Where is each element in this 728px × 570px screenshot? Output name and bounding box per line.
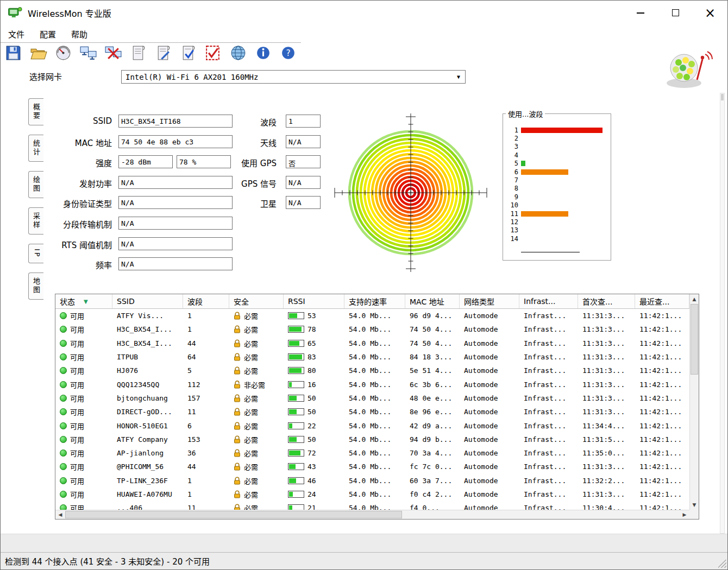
network-computers-icon <box>79 44 97 62</box>
table-row[interactable]: 可用...40611必需2154.0 Mb...f4 0...AutomodeI… <box>55 501 689 510</box>
save-button[interactable] <box>4 44 23 66</box>
cell-4: 53 <box>284 312 344 320</box>
table-row[interactable]: 可用DIRECT-gOD...11必需5054.0 Mb...8e 96 e..… <box>55 405 689 419</box>
table-row[interactable]: 可用HUAWEI-A076MU1必需2454.0 Mb...f0 c4 2...… <box>55 487 689 501</box>
column-header-9[interactable]: 首次查... <box>578 294 635 308</box>
tab-map[interactable]: 地图 <box>28 273 43 300</box>
column-header-2[interactable]: 波段 <box>183 294 229 308</box>
channel-number: 8 <box>506 185 518 192</box>
table-row[interactable]: 可用H3C_BX54_I...1必需7854.0 Mb...74 50 4...… <box>55 322 689 336</box>
column-header-4[interactable]: RSSI <box>284 294 344 308</box>
report-check-button[interactable] <box>179 44 198 66</box>
cell-2: 153 <box>183 435 229 444</box>
panel-edge-scrollbar[interactable] <box>720 93 725 534</box>
panel-edge-thumb[interactable] <box>721 94 724 100</box>
resize-grip-icon[interactable] <box>718 560 726 568</box>
channel-field[interactable]: 1 <box>286 115 321 128</box>
tx-power-field[interactable]: N/A <box>118 176 233 189</box>
menu-file[interactable]: 文件 <box>1 28 32 40</box>
table-row[interactable]: 可用ATFY Vis...1必需5354.0 Mb...96 d9 4...Au… <box>55 309 689 322</box>
strength-dbm-field[interactable]: -28 dBm <box>118 155 173 168</box>
column-header-1[interactable]: SSID <box>112 294 183 308</box>
help-button[interactable]: ? <box>279 44 298 66</box>
signal-bar-icon <box>288 353 304 360</box>
cell-10: 11:42:1... <box>635 366 689 375</box>
table-row[interactable]: 可用QQQ12345QQ112非必需1654.0 Mb...6c 3b 6...… <box>55 377 689 391</box>
rts-threshold-field[interactable]: N/A <box>118 237 233 250</box>
channel-number: 14 <box>506 235 518 243</box>
scroll-up-icon[interactable]: ▲ <box>690 295 699 303</box>
scroll-left-icon[interactable]: ◀ <box>56 510 65 519</box>
verify-button[interactable] <box>204 44 223 66</box>
close-button[interactable]: × <box>693 1 727 25</box>
cell-3: 必需 <box>229 407 284 417</box>
cell-5: 54.0 Mb... <box>344 490 405 498</box>
table-row[interactable]: 可用HJ0765必需8054.0 Mb...5e 51 4...Automode… <box>55 364 689 377</box>
auth-type-field[interactable]: N/A <box>118 196 233 209</box>
strength-percent-field[interactable]: 78 % <box>177 155 231 168</box>
table-row[interactable]: 可用AP-jianlong36必需7254.0 Mb...70 3a 4...A… <box>55 446 689 460</box>
table-row[interactable]: 可用@PHICOMM_5644必需4354.0 Mb...fc 7c 0...A… <box>55 460 689 473</box>
table-row[interactable]: 可用TP-LINK_236F1必需4654.0 Mb...60 3a 7...A… <box>55 474 689 487</box>
info-button[interactable] <box>254 44 273 66</box>
maximize-button[interactable] <box>658 1 693 25</box>
column-header-7[interactable]: 网络类型 <box>460 294 519 308</box>
column-header-8[interactable]: Infrast... <box>519 294 578 308</box>
horizontal-scrollbar[interactable]: ◀ ▶ <box>55 510 689 519</box>
mac-address-field[interactable]: 74 50 4e 88 eb c3 <box>118 135 233 148</box>
report-button[interactable] <box>129 44 148 66</box>
open-button[interactable] <box>29 44 48 66</box>
channel-row: 3 <box>506 143 608 151</box>
table-row[interactable]: 可用HONOR-510EG16必需2254.0 Mb...42 d9 a...A… <box>55 419 689 432</box>
use-gps-field-label: 使用 GPS <box>229 157 277 168</box>
use-gps-field[interactable]: 否 <box>286 155 321 168</box>
horizontal-scroll-thumb[interactable] <box>65 511 402 518</box>
channel-usage-panel: 使用...波段 1234567891011121314 <box>503 113 611 261</box>
adapter-select[interactable]: Intel(R) Wi-Fi 6 AX201 160MHz ▼ <box>121 70 466 84</box>
cell-2: 6 <box>183 422 229 430</box>
cell-7: Automode <box>460 449 519 457</box>
satellites-field[interactable]: N/A <box>286 196 321 209</box>
scrollbar-corner <box>689 510 699 519</box>
ssid-field[interactable]: H3C_BX54_IT168 <box>118 115 233 128</box>
table-row[interactable]: 可用ITPUB64必需8354.0 Mb...84 18 3...Automod… <box>55 350 689 364</box>
satellites-field-label: 卫星 <box>229 198 277 209</box>
disconnect-button[interactable] <box>104 44 123 66</box>
svg-text:?: ? <box>286 48 290 58</box>
lock-icon <box>234 312 241 320</box>
scroll-right-icon[interactable]: ▶ <box>680 510 689 519</box>
speed-test-button[interactable] <box>54 44 73 66</box>
channel-row: 6 <box>506 168 608 176</box>
network-button[interactable] <box>79 44 98 66</box>
gps-signal-field[interactable]: N/A <box>286 176 321 189</box>
minimize-button[interactable] <box>623 1 658 25</box>
signal-bar-icon <box>288 395 304 402</box>
menu-help[interactable]: 帮助 <box>64 28 95 40</box>
vertical-scroll-thumb[interactable] <box>691 304 698 375</box>
column-header-5[interactable]: 支持的速率 <box>344 294 405 308</box>
menu-settings[interactable]: 配置 <box>32 28 64 40</box>
vertical-scrollbar[interactable]: ▲ ▼ <box>689 294 699 510</box>
table-row[interactable]: 可用H3C_BX54_I...44必需6554.0 Mb...74 50 4..… <box>55 337 689 350</box>
cell-5: 54.0 Mb... <box>344 312 405 320</box>
speedometer-icon <box>54 44 72 62</box>
cell-9: 11:31:3... <box>578 312 635 320</box>
table-row[interactable]: 可用bjtongchuang157必需5054.0 Mb...48 0e e..… <box>55 391 689 405</box>
frequency-field[interactable]: N/A <box>118 257 233 270</box>
web-button[interactable] <box>229 44 248 66</box>
cell-4: 21 <box>284 504 344 510</box>
cell-1: ...406 <box>112 504 183 510</box>
cell-7: Automode <box>460 366 519 375</box>
antenna-field[interactable]: N/A <box>286 135 321 148</box>
cell-1: HONOR-510EG1 <box>112 422 183 430</box>
report-edit-button[interactable] <box>154 44 173 66</box>
scroll-down-icon[interactable]: ▼ <box>690 501 699 509</box>
cell-2: 112 <box>183 381 229 389</box>
fragmentation-field[interactable]: N/A <box>118 217 233 230</box>
channel-bar <box>521 161 525 166</box>
column-header-6[interactable]: MAC 地址 <box>405 294 460 308</box>
table-row[interactable]: 可用ATFY Company153必需5054.0 Mb...94 d9 b..… <box>55 433 689 446</box>
column-header-0[interactable]: 状态▼ <box>55 294 112 308</box>
column-header-3[interactable]: 安全 <box>229 294 284 308</box>
column-header-10[interactable]: 最近查... <box>635 294 689 308</box>
